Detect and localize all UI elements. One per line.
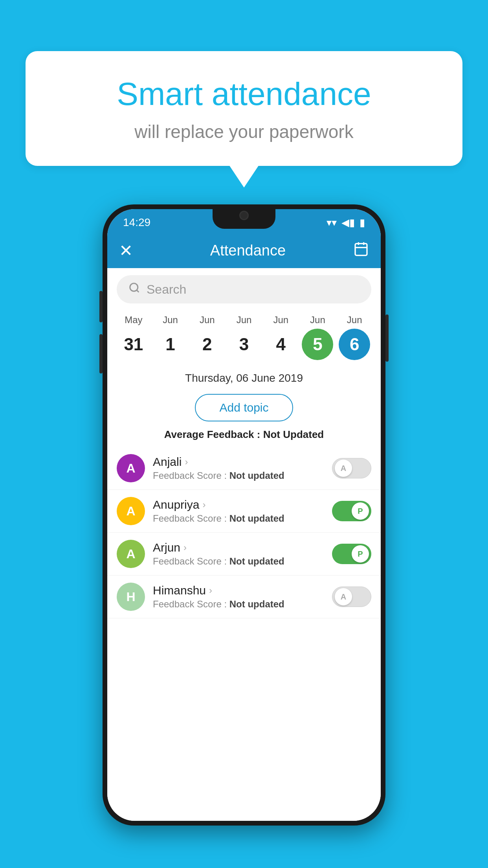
student-name-1[interactable]: Anupriya ›	[153, 498, 324, 511]
speech-bubble-container: Smart attendance will replace your paper…	[26, 51, 462, 166]
student-info-3: Himanshu ›Feedback Score : Not updated	[153, 584, 324, 610]
student-item-0[interactable]: AAnjali ›Feedback Score : Not updatedA	[107, 447, 381, 490]
date-month-3: Jun	[237, 314, 252, 326]
date-day-1[interactable]: 1	[155, 329, 186, 360]
date-month-5: Jun	[310, 314, 325, 326]
volume-up-button[interactable]	[99, 291, 103, 322]
volume-down-button[interactable]	[99, 334, 103, 373]
app-header: ✕ Attendance	[107, 233, 381, 268]
search-icon	[128, 282, 140, 297]
screen-content: Search May31Jun1Jun2Jun3Jun4Jun5Jun6 Thu…	[107, 268, 381, 821]
date-day-0[interactable]: 31	[118, 329, 149, 360]
student-name-2[interactable]: Arjun ›	[153, 541, 324, 554]
toggle-knob-3: A	[335, 588, 352, 605]
phone-wrapper: 14:29 ▾▾ ◀▮ ▮ ✕ Attendance	[26, 204, 462, 868]
date-month-1: Jun	[163, 314, 178, 326]
svg-line-5	[137, 290, 139, 292]
phone: 14:29 ▾▾ ◀▮ ▮ ✕ Attendance	[103, 204, 385, 826]
svg-point-4	[130, 283, 138, 291]
attendance-toggle-2[interactable]: P	[332, 544, 371, 564]
student-item-1[interactable]: AAnupriya ›Feedback Score : Not updatedP	[107, 490, 381, 533]
svg-rect-0	[355, 243, 367, 255]
date-item-1[interactable]: Jun1	[152, 314, 189, 360]
student-chevron-2: ›	[183, 542, 187, 553]
student-feedback-2: Feedback Score : Not updated	[153, 556, 324, 567]
add-topic-button[interactable]: Add topic	[195, 394, 293, 421]
date-month-0: May	[125, 314, 142, 326]
header-title: Attendance	[143, 242, 353, 259]
bubble-subtitle: will replace your paperwork	[57, 121, 431, 142]
feedback-value-2: Not updated	[229, 556, 284, 566]
attendance-toggle-1[interactable]: P	[332, 501, 371, 521]
student-avatar-3: H	[117, 583, 145, 611]
student-chevron-1: ›	[202, 499, 205, 510]
status-time: 14:29	[123, 216, 150, 229]
search-bar[interactable]: Search	[117, 275, 371, 303]
date-month-4: Jun	[273, 314, 288, 326]
student-chevron-0: ›	[185, 456, 188, 467]
student-chevron-3: ›	[209, 585, 212, 596]
attendance-toggle-3[interactable]: A	[332, 587, 371, 607]
feedback-value-3: Not updated	[229, 599, 284, 609]
date-item-6[interactable]: Jun6	[336, 314, 373, 360]
selected-date-info: Thursday, 06 June 2019	[107, 368, 381, 388]
student-name-3[interactable]: Himanshu ›	[153, 584, 324, 597]
date-month-2: Jun	[200, 314, 215, 326]
avg-feedback: Average Feedback : Not Updated	[107, 427, 381, 447]
student-info-0: Anjali ›Feedback Score : Not updated	[153, 455, 324, 481]
power-button[interactable]	[385, 314, 389, 362]
close-button[interactable]: ✕	[119, 241, 139, 260]
student-item-3[interactable]: HHimanshu ›Feedback Score : Not updatedA	[107, 576, 381, 618]
toggle-knob-0: A	[335, 460, 352, 477]
signal-icon: ◀▮	[341, 217, 355, 229]
date-day-5[interactable]: 5	[302, 329, 333, 360]
bubble-title: Smart attendance	[57, 75, 431, 113]
student-info-2: Arjun ›Feedback Score : Not updated	[153, 541, 324, 567]
search-input[interactable]: Search	[147, 282, 186, 297]
phone-screen: 14:29 ▾▾ ◀▮ ▮ ✕ Attendance	[107, 209, 381, 821]
student-name-0[interactable]: Anjali ›	[153, 455, 324, 469]
date-picker: May31Jun1Jun2Jun3Jun4Jun5Jun6	[107, 311, 381, 368]
student-list: AAnjali ›Feedback Score : Not updatedAAA…	[107, 447, 381, 821]
student-item-2[interactable]: AArjun ›Feedback Score : Not updatedP	[107, 533, 381, 576]
avg-feedback-value: Not Updated	[263, 428, 324, 440]
date-month-6: Jun	[347, 314, 362, 326]
date-item-4[interactable]: Jun4	[262, 314, 299, 360]
feedback-value-0: Not updated	[229, 470, 284, 481]
date-day-3[interactable]: 3	[228, 329, 260, 360]
date-day-6[interactable]: 6	[339, 329, 370, 360]
date-item-5[interactable]: Jun5	[299, 314, 336, 360]
date-item-3[interactable]: Jun3	[226, 314, 262, 360]
date-item-2[interactable]: Jun2	[189, 314, 226, 360]
battery-icon: ▮	[360, 217, 365, 229]
date-item-0[interactable]: May31	[115, 314, 152, 360]
phone-camera	[239, 211, 249, 220]
student-avatar-1: A	[117, 497, 145, 525]
feedback-value-1: Not updated	[229, 513, 284, 524]
avg-feedback-label: Average Feedback :	[164, 428, 261, 440]
date-day-4[interactable]: 4	[265, 329, 297, 360]
student-info-1: Anupriya ›Feedback Score : Not updated	[153, 498, 324, 524]
status-icons: ▾▾ ◀▮ ▮	[327, 217, 365, 229]
calendar-icon[interactable]	[353, 241, 369, 260]
toggle-knob-2: P	[352, 545, 369, 563]
attendance-toggle-0[interactable]: A	[332, 458, 371, 478]
selected-date-text: Thursday, 06 June 2019	[185, 372, 303, 384]
toggle-knob-1: P	[352, 502, 369, 520]
student-avatar-2: A	[117, 540, 145, 568]
student-feedback-1: Feedback Score : Not updated	[153, 513, 324, 524]
date-day-2[interactable]: 2	[191, 329, 223, 360]
student-feedback-0: Feedback Score : Not updated	[153, 470, 324, 481]
student-avatar-0: A	[117, 454, 145, 482]
speech-bubble: Smart attendance will replace your paper…	[26, 51, 462, 166]
wifi-icon: ▾▾	[327, 217, 337, 229]
student-feedback-3: Feedback Score : Not updated	[153, 599, 324, 610]
